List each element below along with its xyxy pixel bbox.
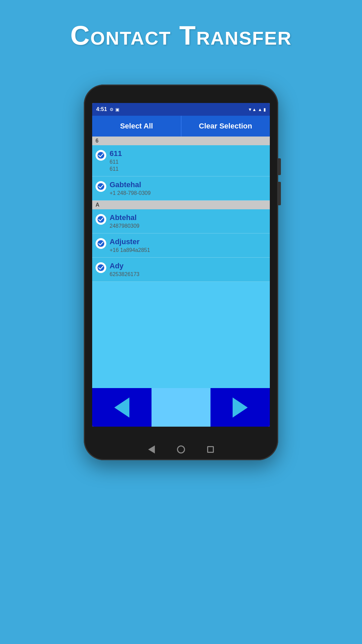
contact-info: Abtehal2487980309 — [110, 213, 139, 229]
check-circle — [96, 214, 106, 225]
volume-button-mid[interactable] — [278, 182, 281, 205]
next-icon — [233, 397, 248, 418]
status-bar: 4:51 ⚙ ▣ ▼▲ ▲ ▮ — [92, 103, 270, 116]
contact-detail: 2487980309 — [110, 223, 139, 229]
section-header: A — [92, 201, 270, 209]
contact-detail: 611 — [110, 166, 122, 172]
back-button[interactable] — [147, 445, 156, 454]
contact-info: Adjuster+16 1a894a2851 — [110, 237, 150, 253]
prev-icon — [114, 397, 129, 418]
contact-info: 611611611 — [110, 149, 122, 172]
home-icon — [177, 445, 185, 453]
sim-icon: ▣ — [115, 107, 119, 112]
phone-mockup: 4:51 ⚙ ▣ ▼▲ ▲ ▮ Select All Clear Selecti… — [84, 85, 278, 460]
prev-button[interactable] — [92, 388, 152, 427]
status-icons: ⚙ ▣ — [110, 107, 119, 112]
check-circle — [96, 150, 106, 161]
contact-name: Gabtehal — [110, 180, 150, 189]
contact-info: Ady6253826173 — [110, 262, 139, 277]
home-button[interactable] — [176, 445, 186, 454]
contact-item[interactable]: Adjuster+16 1a894a2851 — [92, 233, 270, 258]
status-right-icons: ▼▲ ▲ ▮ — [248, 107, 266, 112]
clear-selection-button[interactable]: Clear Selection — [181, 116, 270, 137]
phone-nav-bar — [84, 445, 278, 454]
contact-info: Gabtehal+1 248-798-0309 — [110, 180, 150, 196]
contact-detail: +1 248-798-0309 — [110, 190, 150, 196]
next-button[interactable] — [210, 388, 270, 427]
contact-item[interactable]: Gabtehal+1 248-798-0309 — [92, 176, 270, 201]
settings-icon: ⚙ — [110, 107, 114, 112]
contact-list: 6611611611Gabtehal+1 248-798-0309AAbteha… — [92, 137, 270, 388]
phone-body: 4:51 ⚙ ▣ ▼▲ ▲ ▮ Select All Clear Selecti… — [84, 85, 278, 460]
volume-button-top[interactable] — [278, 158, 281, 175]
recents-icon — [207, 446, 214, 453]
action-buttons: Select All Clear Selection — [92, 116, 270, 137]
wifi-icon: ▼▲ — [248, 107, 256, 112]
contact-detail: +16 1a894a2851 — [110, 247, 150, 253]
contact-name: Abtehal — [110, 213, 139, 222]
recents-button[interactable] — [206, 445, 215, 454]
signal-icon: ▲ — [258, 107, 262, 112]
check-circle — [96, 238, 106, 249]
contact-name: 611 — [110, 149, 122, 158]
status-time: 4:51 — [96, 106, 107, 112]
battery-icon: ▮ — [263, 107, 266, 112]
phone-screen: 4:51 ⚙ ▣ ▼▲ ▲ ▮ Select All Clear Selecti… — [92, 103, 270, 427]
check-circle — [96, 181, 106, 192]
app-title: Contact Transfer — [70, 20, 292, 51]
contact-detail: 6253826173 — [110, 271, 139, 277]
select-all-button[interactable]: Select All — [92, 116, 181, 137]
center-nav[interactable] — [152, 388, 211, 427]
contact-detail: 611 — [110, 159, 122, 165]
nav-buttons — [92, 388, 270, 427]
contact-item[interactable]: Ady6253826173 — [92, 258, 270, 282]
contact-name: Ady — [110, 262, 139, 270]
contact-name: Adjuster — [110, 237, 150, 246]
back-icon — [148, 445, 155, 453]
contact-item[interactable]: 611611611 — [92, 145, 270, 176]
contact-item[interactable]: Abtehal2487980309 — [92, 209, 270, 233]
check-circle — [96, 262, 106, 273]
section-header: 6 — [92, 137, 270, 145]
